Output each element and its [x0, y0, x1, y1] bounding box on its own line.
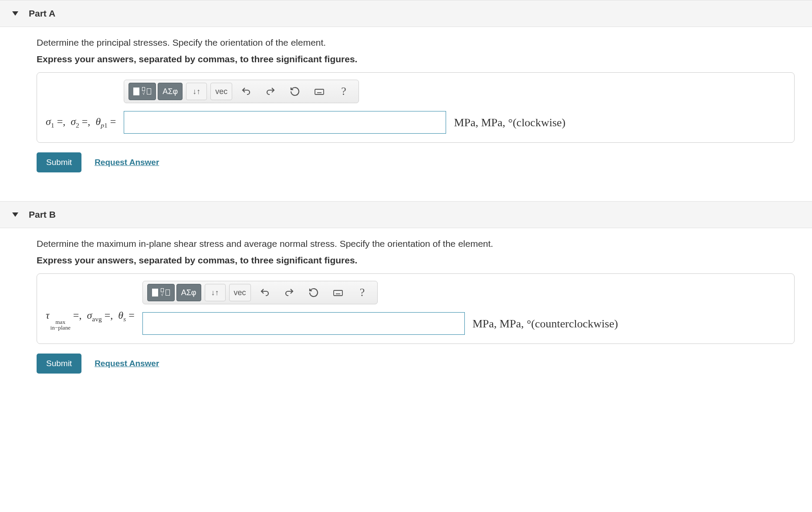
prompt-text: Determine the principal stresses. Specif… — [37, 37, 812, 48]
caret-down-icon — [12, 212, 18, 217]
submit-button[interactable]: Submit — [37, 354, 81, 374]
subsup-button[interactable]: ↓↑ — [186, 83, 207, 100]
part-title: Part B — [29, 209, 56, 220]
greek-button[interactable]: ΑΣφ — [158, 83, 183, 100]
redo-icon[interactable] — [260, 83, 281, 100]
variable-labels: σ1 =, σ2 =, θp1 = — [46, 116, 116, 134]
vec-button[interactable]: vec — [210, 83, 232, 100]
vec-button[interactable]: vec — [229, 284, 251, 301]
units-label: MPa, MPa, °(clockwise) — [454, 116, 565, 134]
equation-toolbar: √ ΑΣφ ↓↑ vec — [142, 281, 378, 304]
answer-input[interactable] — [142, 312, 465, 335]
request-answer-link[interactable]: Request Answer — [95, 359, 159, 368]
prompt-instructions: Express your answers, separated by comma… — [37, 255, 812, 266]
greek-button[interactable]: ΑΣφ — [176, 284, 201, 301]
templates-button[interactable]: √ — [129, 83, 156, 100]
actions-row: Submit Request Answer — [37, 354, 812, 374]
undo-icon[interactable] — [254, 284, 275, 301]
units-label: MPa, MPa, °(counterclockwise) — [473, 317, 618, 335]
part-header[interactable]: Part B — [0, 201, 812, 228]
part-body: Determine the principal stresses. Specif… — [0, 27, 812, 188]
keyboard-icon[interactable] — [328, 284, 348, 301]
help-icon[interactable]: ? — [333, 83, 354, 100]
svg-rect-6 — [334, 290, 342, 296]
redo-icon[interactable] — [279, 284, 300, 301]
part-header[interactable]: Part A — [0, 0, 812, 27]
help-icon[interactable]: ? — [352, 284, 373, 301]
svg-rect-0 — [315, 89, 324, 94]
prompt-instructions: Express your answers, separated by comma… — [37, 54, 812, 64]
part-body: Determine the maximum in-plane shear str… — [0, 228, 812, 389]
reset-icon[interactable] — [284, 83, 305, 100]
input-column: √ ΑΣφ ↓↑ vec — [124, 80, 446, 134]
variable-labels: τmaxin−plane =, σavg =, θs = — [46, 310, 135, 335]
actions-row: Submit Request Answer — [37, 152, 812, 172]
keyboard-icon[interactable] — [309, 83, 330, 100]
input-column: √ ΑΣφ ↓↑ vec — [142, 281, 465, 335]
part-title: Part A — [29, 8, 55, 19]
prompt-text: Determine the maximum in-plane shear str… — [37, 239, 812, 249]
undo-icon[interactable] — [236, 83, 257, 100]
submit-button[interactable]: Submit — [37, 152, 81, 172]
answer-input[interactable] — [124, 111, 446, 134]
answer-frame: τmaxin−plane =, σavg =, θs = √ — [37, 273, 795, 344]
equation-toolbar: √ ΑΣφ ↓↑ vec — [124, 80, 359, 103]
answer-frame: σ1 =, σ2 =, θp1 = √ Α — [37, 72, 795, 143]
caret-down-icon — [12, 11, 18, 16]
reset-icon[interactable] — [303, 284, 324, 301]
request-answer-link[interactable]: Request Answer — [95, 158, 159, 167]
templates-button[interactable]: √ — [147, 284, 175, 301]
subsup-button[interactable]: ↓↑ — [205, 284, 226, 301]
